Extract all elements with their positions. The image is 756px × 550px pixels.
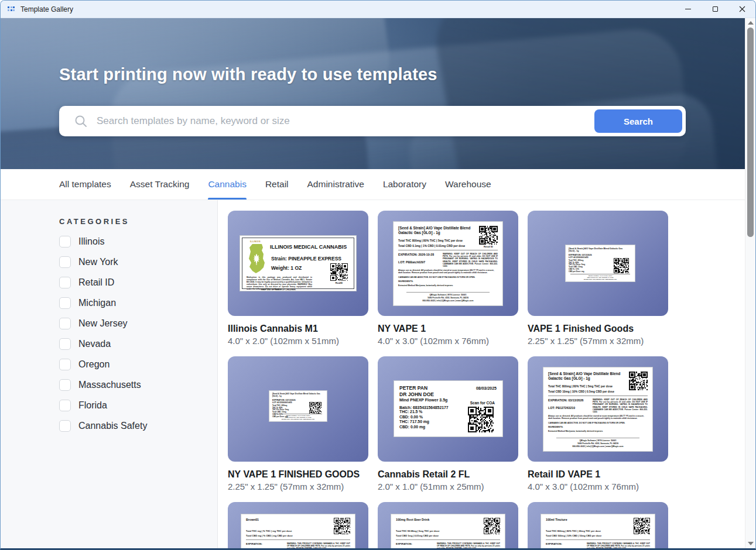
qr-code: [479, 226, 498, 245]
scrollbar-thumb[interactable]: [747, 28, 754, 237]
checkbox[interactable]: [59, 277, 71, 288]
template-grid: ILLINOIS: [228, 211, 746, 549]
label-footer: QBlogic Software | NYS License: 50001 16…: [406, 292, 490, 302]
template-card-brown01[interactable]: Brown01 Total THC mg | % THC | mg THC pe…: [228, 502, 368, 549]
qr-code: [484, 518, 500, 534]
checkbox[interactable]: [59, 379, 71, 391]
category-cannabis-safety[interactable]: Cannabis Safety: [59, 420, 217, 432]
card-thumbnail: ILLINOIS: [228, 211, 368, 316]
category-new-york[interactable]: New York: [59, 256, 217, 268]
template-card-vape-1-finished-goods[interactable]: [Seed & Strain] AIO Vape Distillate Blen…: [528, 211, 668, 346]
card-thumbnail: [Seed & Strain] AIO Vape Distillate Blen…: [528, 211, 668, 316]
qr-code: [330, 263, 348, 281]
vertical-scrollbar[interactable]: [745, 18, 755, 548]
checkbox[interactable]: [59, 236, 71, 248]
card-thumbnail: 100ml Tincture Total THC 800mg | 80% THC…: [528, 502, 668, 549]
tab-laboratory[interactable]: Laboratory: [383, 169, 426, 200]
card-size: 4.0" x 2.0" (102mm x 51mm): [228, 336, 368, 346]
tab-administrative[interactable]: Administrative: [307, 169, 364, 200]
card-thumbnail: 100mg Root Beer Drink Total THC 99.98mg …: [378, 502, 518, 549]
checkbox[interactable]: [59, 297, 71, 309]
scroll-down-icon[interactable]: [748, 542, 754, 545]
qr-code: [629, 372, 648, 390]
category-massachusetts[interactable]: Massachusetts: [59, 379, 217, 391]
minimize-button[interactable]: [675, 1, 702, 18]
tab-cannabis[interactable]: Cannabis: [208, 169, 247, 200]
qr-code: [309, 402, 321, 414]
tab-all-templates[interactable]: All templates: [59, 169, 111, 200]
hero-banner: Start printing now with ready to use tem…: [1, 18, 746, 169]
card-size: 2.25" x 1.25" (57mm x 32mm): [528, 336, 668, 346]
checkbox[interactable]: [59, 420, 71, 432]
close-button[interactable]: [728, 1, 755, 18]
checkbox[interactable]: [59, 338, 71, 350]
search-icon: [74, 115, 87, 128]
categories-heading: CATEGORIES: [59, 217, 217, 226]
template-card-cannabis-retail-2-fl[interactable]: PETER PAN DR JOHN DOE Mind PNEXP Flower …: [378, 356, 518, 491]
template-card-illinois-cannabis-m1[interactable]: ILLINOIS: [228, 211, 368, 346]
checkbox[interactable]: [59, 318, 71, 329]
template-card-ny-vape-1-finished-goods[interactable]: [Seed & Strain] AIO Vape Distillate Blen…: [228, 356, 368, 491]
qr-code: [614, 258, 629, 273]
category-illinois[interactable]: Illinois: [59, 236, 217, 248]
template-card-ny-vape-1[interactable]: [Seed & Strain] AIO Vape Distillate Blen…: [378, 211, 518, 346]
template-card-root-beer-drink[interactable]: 100mg Root Beer Drink Total THC 99.98mg …: [378, 502, 518, 549]
template-grid-area: ILLINOIS: [218, 200, 746, 549]
category-retail-id[interactable]: Retail ID: [59, 277, 217, 288]
tab-warehouse[interactable]: Warehouse: [445, 169, 491, 200]
content-area: Start printing now with ready to use tem…: [1, 18, 746, 549]
checkbox[interactable]: [59, 400, 71, 411]
label-footer: QBlogic Software | NYS License: 50001 16…: [556, 438, 639, 448]
card-thumbnail: [Seed & Strain] AIO Vape Distillate Blen…: [378, 211, 518, 316]
label-preview: Brown01 Total THC mg | % THC | mg THC pe…: [241, 514, 355, 549]
label-footer: QBlogic Software | NYS License: 50001 16…: [274, 414, 322, 420]
tab-retail[interactable]: Retail: [265, 169, 289, 200]
label-preview: 100ml Tincture Total THC 800mg | 80% THC…: [541, 514, 655, 549]
category-new-jersey[interactable]: New Jersey: [59, 318, 217, 329]
maximize-button[interactable]: [702, 1, 728, 18]
title-bar: Template Gallery: [1, 1, 755, 18]
qr-code: [634, 518, 650, 534]
card-title: NY VAPE 1: [378, 324, 518, 334]
card-thumbnail: [Seed & Strain] AIO Vape Distillate Blen…: [528, 356, 668, 462]
category-oregon[interactable]: Oregon: [59, 359, 217, 370]
template-gallery-window: Template Gallery Start printing now with…: [0, 0, 756, 550]
label-preview: [Seed & Strain] AIO Vape Distillate Blen…: [393, 221, 503, 306]
card-thumbnail: PETER PAN DR JOHN DOE Mind PNEXP Flower …: [378, 356, 518, 462]
search-input[interactable]: [97, 115, 594, 127]
search-button[interactable]: Search: [594, 109, 682, 133]
window-title: Template Gallery: [20, 5, 73, 13]
category-michigan[interactable]: Michigan: [59, 297, 217, 309]
checkbox[interactable]: [59, 256, 71, 268]
illinois-state-graphic: [248, 243, 265, 274]
card-size: 2.0" x 1.0" (51mm x 25mm): [378, 482, 518, 491]
app-icon: [6, 5, 16, 14]
page-title: Start printing now with ready to use tem…: [59, 65, 437, 84]
category-nevada[interactable]: Nevada: [59, 338, 217, 350]
spec-list: Total THC: 800mg THC %: 80% THC Per Dose…: [569, 260, 599, 273]
card-title: Retail ID VAPE 1: [528, 469, 668, 480]
search-bar: Search: [59, 106, 686, 136]
category-florida[interactable]: Florida: [59, 400, 217, 411]
qr-code: [334, 518, 350, 534]
template-card-retail-id-vape-1[interactable]: [Seed & Strain] AIO Vape Distillate Blen…: [528, 356, 668, 491]
card-size: 2.25" x 1.25" (57mm x 32mm): [228, 482, 368, 491]
label-preview: 100mg Root Beer Drink Total THC 99.98mg …: [391, 514, 505, 549]
template-tabs: All templates Asset Tracking Cannabis Re…: [1, 169, 746, 200]
maximize-icon: [713, 6, 718, 12]
card-thumbnail: Brown01 Total THC mg | % THC | mg THC pe…: [228, 502, 368, 549]
body-row: CATEGORIES Illinois New York Retail ID M…: [1, 200, 746, 549]
checkbox[interactable]: [59, 359, 71, 370]
card-size: 4.0" x 3.0" (102mm x 76mm): [378, 336, 518, 346]
card-thumbnail: [Seed & Strain] AIO Vape Distillate Blen…: [228, 356, 368, 462]
scroll-up-icon[interactable]: [748, 21, 754, 25]
qr-code: [468, 407, 494, 432]
label-preview: [Seed & Strain] AIO Vape Distillate Blen…: [565, 245, 635, 282]
tab-asset-tracking[interactable]: Asset Tracking: [130, 169, 190, 200]
card-title: Illinois Cannabis M1: [228, 324, 368, 334]
card-title: VAPE 1 Finished Goods: [528, 324, 668, 334]
label-preview: PETER PAN DR JOHN DOE Mind PNEXP Flower …: [394, 380, 503, 437]
card-title: NY VAPE 1 FINISHED GOODS: [228, 469, 368, 480]
card-size: 4.0" x 3.0" (102mm x 76mm): [528, 482, 668, 491]
template-card-100ml-tincture[interactable]: 100ml Tincture Total THC 800mg | 80% THC…: [528, 502, 668, 549]
